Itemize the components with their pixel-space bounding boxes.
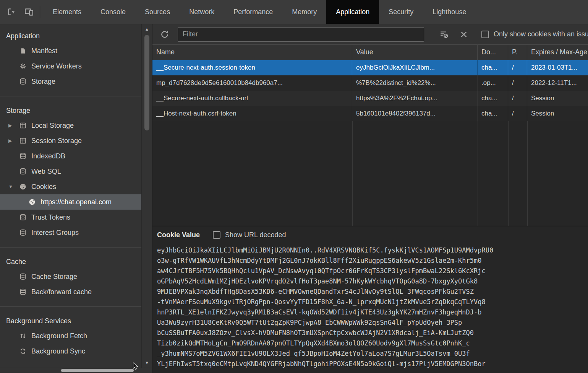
cell-expires: 2023-01-03T1... <box>527 60 588 75</box>
sidebar-item-session-storage[interactable]: ▶Session Storage <box>0 133 142 148</box>
refresh-icon[interactable] <box>158 28 172 41</box>
sidebar-item-label: Web SQL <box>31 168 61 176</box>
delete-selected-icon[interactable] <box>457 28 471 41</box>
sidebar-item-manifest[interactable]: Manifest <box>0 43 142 59</box>
database-icon <box>18 228 28 237</box>
tab-performance[interactable]: Performance <box>224 0 282 24</box>
sidebar-divider <box>0 247 142 248</box>
cookie-value-panel: Cookie Value Show URL decoded eyJhbGciOi… <box>152 226 588 373</box>
sidebar-item-label: Cookies <box>31 183 56 191</box>
grid-icon <box>18 136 28 145</box>
cookie-rows: __Secure-next-auth.session-tokeneyJhbGci… <box>152 60 588 121</box>
cookies-panel: Only show cookies with an issue NameValu… <box>152 24 588 373</box>
sidebar-item-label: Manifest <box>31 47 57 55</box>
application-sidebar: ApplicationManifestService WorkersStorag… <box>0 24 152 373</box>
cookies-toolbar: Only show cookies with an issue <box>152 24 588 45</box>
show-url-decoded-checkbox[interactable] <box>213 231 220 239</box>
tab-sources[interactable]: Sources <box>135 0 180 24</box>
sync-icon <box>18 347 28 356</box>
cookie-value-line: Tizb0zikQdMTHoLgCn_PmO9RDnAA07pnOTLTYpQq… <box>157 338 583 349</box>
cookie-row[interactable]: __Host-next-auth.csrf-token5b160101e8402… <box>152 106 588 121</box>
sidebar-item-label: Back/forward cache <box>31 288 92 296</box>
cookie-value-line: _y3humNMS7oM5ZVG1WX6FIE1vU9OLX3Jed_qf5JB… <box>157 349 583 359</box>
cell-expires: 2022-12-11T1... <box>527 75 588 91</box>
cookie-value-line: YLjEFhIwsT5txq0eCMtpLvqKND4QYGFRjabNhQTl… <box>157 359 583 369</box>
sidebar-horizontal-scrollbar[interactable] <box>0 368 152 373</box>
cell-name: __Secure-next-auth.session-token <box>152 60 352 75</box>
cookie-icon <box>28 197 37 207</box>
show-url-decoded-label: Show URL decoded <box>225 231 286 239</box>
cell-path: / <box>508 60 527 75</box>
sidebar-item-label: Local Storage <box>31 122 74 130</box>
horizontal-scroll-thumb[interactable] <box>61 369 134 372</box>
cookie-value-line: hnP3RTL_XE1elnIFKZJwyvq3yRM1B3aCsEVl-kqO… <box>157 307 583 318</box>
cookie-row[interactable]: __Secure-next-auth.session-tokeneyJhbGci… <box>152 60 588 75</box>
cookie-value-line: oGPbAqV52HcdLWm1MZjHDEzlvoKPVrqdO2vlfHoT… <box>157 276 583 287</box>
chevron-right-icon[interactable]: ▶ <box>7 138 18 143</box>
chevron-down-icon[interactable]: ▼ <box>7 184 18 189</box>
cell-name: __Host-next-auth.csrf-token <box>152 106 352 121</box>
cookie-row[interactable]: mp_d7d7628de9d5e6160010b84db960a7...%7B%… <box>152 75 588 91</box>
tab-memory[interactable]: Memory <box>282 0 326 24</box>
scroll-down-icon[interactable]: ▼ <box>142 358 152 368</box>
cell-path: / <box>508 75 527 91</box>
sidebar-item-interest-groups[interactable]: Interest Groups <box>0 225 142 240</box>
sidebar-vertical-scrollbar[interactable]: ▲ ▼ <box>141 24 152 368</box>
toolbar-separator <box>40 6 40 18</box>
database-icon <box>18 77 28 86</box>
cell-expires: Session <box>527 106 588 121</box>
sidebar-item-label: Storage <box>31 78 55 86</box>
sidebar-item-https-chat-openai-com[interactable]: https://chat.openai.com <box>0 194 142 210</box>
device-toolbar-icon[interactable] <box>22 5 36 19</box>
sidebar-section-storage: Storage <box>0 103 142 118</box>
tab-network[interactable]: Network <box>180 0 224 24</box>
cookie-row[interactable]: __Secure-next-auth.callback-urlhttps%3A%… <box>152 91 588 106</box>
sidebar-item-local-storage[interactable]: ▶Local Storage <box>0 118 142 133</box>
cell-domain: cha... <box>478 106 508 121</box>
column-header-path[interactable]: P. <box>508 45 527 60</box>
sidebar-item-cache-storage[interactable]: Cache Storage <box>0 269 142 284</box>
devtools-tab-bar: ElementsConsoleSourcesNetworkPerformance… <box>0 0 588 24</box>
cookie-value-line: eyJhbGciOiJkaXIiLCJlbmMiOiJBMjU2R0NNIn0.… <box>157 245 583 256</box>
sidebar-item-cookies[interactable]: ▼Cookies <box>0 179 142 194</box>
chevron-right-icon[interactable]: ▶ <box>7 123 18 128</box>
sidebar-item-trust-tokens[interactable]: Trust Tokens <box>0 210 142 225</box>
file-icon <box>18 46 28 55</box>
column-header-domain[interactable]: Do... <box>478 45 508 60</box>
tab-lighthouse[interactable]: Lighthouse <box>423 0 476 24</box>
cell-value: eyJhbGciOiJkaXIiLCJlbm... <box>352 60 478 75</box>
database-icon <box>18 151 28 161</box>
sidebar-item-background-sync[interactable]: Background Sync <box>0 344 142 359</box>
sidebar-item-label: Background Sync <box>31 347 85 355</box>
cell-value: %7B%22distinct_id%22%... <box>352 75 478 91</box>
column-header-expires[interactable]: Expires / Max-Age <box>527 45 588 60</box>
topbar-icons <box>0 0 38 24</box>
tab-console[interactable]: Console <box>91 0 135 24</box>
sidebar-item-background-fetch[interactable]: Background Fetch <box>0 328 142 344</box>
filter-input[interactable] <box>178 27 424 42</box>
tab-elements[interactable]: Elements <box>43 0 91 24</box>
cell-value: 5b160101e8402f396137d... <box>352 106 478 121</box>
sidebar-item-label: Session Storage <box>31 137 82 145</box>
clear-all-cookies-icon[interactable] <box>437 28 451 41</box>
cell-domain: .op... <box>478 75 508 91</box>
tab-security[interactable]: Security <box>379 0 423 24</box>
sidebar-item-web-sql[interactable]: Web SQL <box>0 164 142 179</box>
sidebar-item-indexeddb[interactable]: IndexedDB <box>0 148 142 164</box>
database-icon <box>18 167 28 176</box>
column-header-name[interactable]: Name <box>152 45 352 60</box>
sidebar-divider <box>0 96 142 96</box>
vertical-scroll-thumb[interactable] <box>144 35 149 130</box>
sidebar-item-label: Interest Groups <box>31 229 79 237</box>
cookie-table-body: __Secure-next-auth.session-tokeneyJhbGci… <box>152 60 588 226</box>
column-header-value[interactable]: Value <box>352 45 478 60</box>
sidebar-item-storage[interactable]: Storage <box>0 74 142 89</box>
sidebar-item-back-forward-cache[interactable]: Back/forward cache <box>0 284 142 300</box>
cookie-table-header: NameValueDo...P.Expires / Max-Age <box>152 45 588 60</box>
sidebar-item-service-workers[interactable]: Service Workers <box>0 59 142 74</box>
cell-domain: cha... <box>478 91 508 106</box>
scroll-up-icon[interactable]: ▲ <box>142 24 152 34</box>
inspect-element-icon[interactable] <box>5 5 18 19</box>
only-show-cookies-checkbox[interactable] <box>481 31 489 38</box>
tab-application[interactable]: Application <box>326 0 379 24</box>
